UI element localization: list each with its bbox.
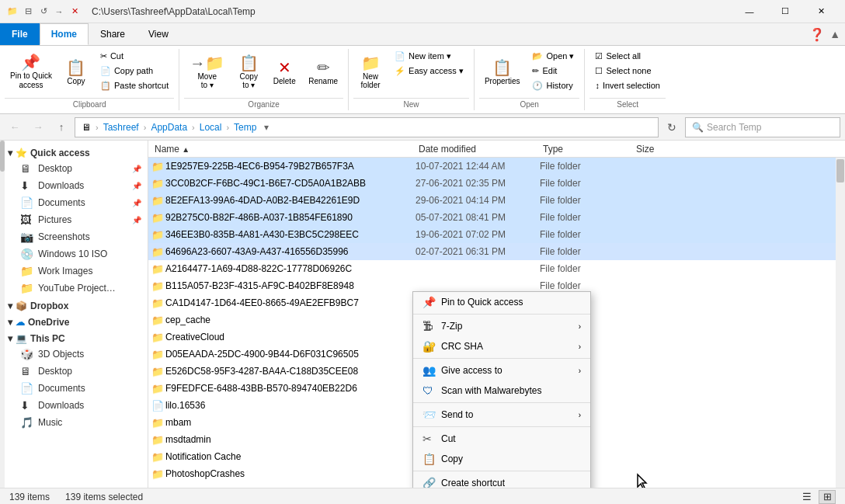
sidebar-item-music[interactable]: 🎵 Music	[5, 414, 148, 431]
sidebar-item-desktop2[interactable]: 🖥 Desktop	[5, 363, 148, 380]
new-label: New	[353, 98, 469, 110]
address-appdata[interactable]: AppData	[151, 122, 187, 133]
folder-icon: 📁	[151, 280, 165, 292]
nav-fwd-title[interactable]: ↺	[37, 5, 50, 18]
context-menu-crcsha[interactable]: 🔐 CRC SHA ›	[413, 336, 590, 356]
sidebar-item-youtube[interactable]: 📁 YouTube Project Ou...	[5, 280, 148, 297]
sidebar-item-downloads[interactable]: ⬇ Downloads 📌	[5, 177, 148, 194]
copy-button[interactable]: 📋 Copy	[59, 49, 93, 96]
new-folder-button[interactable]: 📁 Newfolder	[353, 49, 388, 96]
arrow-icon: ›	[579, 322, 581, 331]
context-menu-7zip[interactable]: 🗜 7-Zip ›	[413, 316, 590, 336]
minimize-button[interactable]: —	[732, 0, 767, 23]
selected-count: 139 items selected	[65, 492, 143, 502]
table-row[interactable]: 📁 1E9257E9-225B-4EC6-B954-79B27B657F3A 1…	[148, 158, 845, 175]
table-row[interactable]: 📁 346EE3B0-835B-4A81-A430-E3BC5C298EEC 1…	[148, 226, 845, 243]
paste-shortcut-button[interactable]: 📋 Paste shortcut	[95, 78, 174, 92]
tab-file[interactable]: File	[0, 23, 40, 45]
file-name: 1E9257E9-225B-4EC6-B954-79B27B657F3A	[165, 161, 416, 172]
help-icon[interactable]: ❓	[809, 27, 825, 42]
file-name: E526DC58-95F3-4287-BA4A-C188D35CEE08	[165, 366, 416, 377]
delete-button[interactable]: ✕ Delete	[267, 49, 301, 96]
documents-label: Documents	[38, 197, 127, 208]
move-to-button[interactable]: →📁 Moveto ▾	[184, 49, 230, 96]
context-menu-pin[interactable]: 📌 Pin to Quick access	[413, 292, 590, 312]
sidebar-item-pictures[interactable]: 🖼 Pictures 📌	[5, 211, 148, 228]
pin-context-icon: 📌	[422, 296, 435, 308]
rename-button[interactable]: ✏ Rename	[303, 49, 343, 96]
copy-to-button[interactable]: 📋 Copyto ▾	[231, 49, 266, 96]
dropbox-header[interactable]: ▾ 📦 Dropbox	[5, 297, 148, 313]
nav-up-title[interactable]: →	[53, 5, 65, 18]
sidebar-item-documents[interactable]: 📄 Documents 📌	[5, 194, 148, 211]
select-none-button[interactable]: ☐ Select none	[589, 64, 665, 78]
context-menu-give-access[interactable]: 👥 Give access to ›	[413, 360, 590, 381]
open-button[interactable]: 📂 Open ▾	[527, 49, 579, 63]
tab-home[interactable]: Home	[40, 23, 89, 45]
header-date[interactable]: Date modified	[416, 144, 540, 155]
search-bar[interactable]: 🔍 Search Temp	[685, 117, 840, 137]
main-layout: ▾ ⭐ Quick access 🖥 Desktop 📌 ⬇ Downloads…	[0, 141, 845, 488]
refresh-button[interactable]: ↻	[662, 117, 682, 137]
sidebar-item-downloads2[interactable]: ⬇ Downloads	[5, 397, 148, 414]
table-row[interactable]: 📁 8E2EFA13-99A6-4DAD-A0B2-B4EB42261E9D 2…	[148, 192, 845, 209]
table-row[interactable]: 📁 64696A23-6607-43A9-A437-416556D35996 0…	[148, 243, 845, 260]
header-size[interactable]: Size	[633, 144, 695, 155]
header-type[interactable]: Type	[540, 144, 633, 155]
context-menu-malwarebytes[interactable]: 🛡 Scan with Malwarebytes	[413, 381, 590, 401]
scrollbar-thumb[interactable]	[836, 159, 844, 182]
copy-path-button[interactable]: 📄 Copy path	[95, 64, 174, 78]
onedrive-header[interactable]: ▾ ☁ OneDrive	[5, 313, 148, 329]
copy-to-icon: 📋	[239, 55, 259, 71]
pin-label: Pin to Quickaccess	[10, 71, 52, 90]
sidebar-item-desktop[interactable]: 🖥 Desktop 📌	[5, 160, 148, 177]
back-button[interactable]: ←	[5, 117, 25, 137]
up-button[interactable]: ↑	[51, 117, 71, 137]
address-tashreef[interactable]: Tashreef	[103, 122, 139, 133]
sidebar-item-work-images[interactable]: 📁 Work Images	[5, 262, 148, 280]
context-menu-cut[interactable]: ✂ Cut	[413, 429, 590, 449]
nav-back-title[interactable]: ⊟	[22, 5, 34, 18]
table-row[interactable]: 📁 92B275C0-B82F-486B-A037-1B854FE61890 0…	[148, 209, 845, 226]
this-pc-header[interactable]: ▾ 💻 This PC	[5, 329, 148, 346]
title-bar-controls: — ☐ ✕	[732, 0, 839, 23]
forward-button[interactable]: →	[28, 117, 48, 137]
select-all-button[interactable]: ☑ Select all	[589, 49, 665, 63]
tab-view[interactable]: View	[137, 23, 180, 45]
close-title-icon[interactable]: ✕	[68, 5, 81, 18]
tab-share[interactable]: Share	[89, 23, 137, 45]
edit-button[interactable]: ✏ Edit	[527, 64, 579, 78]
sidebar-item-screenshots[interactable]: 📷 Screenshots	[5, 228, 148, 245]
invert-selection-button[interactable]: ↕ Invert selection	[589, 78, 665, 92]
sidebar-item-win10iso[interactable]: 💿 Windows 10 ISO	[5, 245, 148, 262]
table-row[interactable]: 📁 3CC0B2CF-F6BC-49C1-B6E7-CD5A0A1B2ABB 2…	[148, 175, 845, 192]
close-button[interactable]: ✕	[803, 0, 839, 23]
header-name[interactable]: Name ▲	[151, 144, 416, 155]
context-menu-create-shortcut[interactable]: 🔗 Create shortcut	[413, 473, 590, 488]
sort-icon: ▲	[182, 145, 190, 154]
properties-button[interactable]: 📋 Properties	[479, 49, 526, 96]
cut-button[interactable]: ✂ Cut	[95, 49, 174, 63]
history-button[interactable]: 🕐 History	[527, 78, 579, 92]
table-row[interactable]: 📁 A2164477-1A69-4D88-822C-17778D06926C F…	[148, 260, 845, 277]
details-view-button[interactable]: ☰	[798, 490, 815, 504]
new-item-button[interactable]: 📄 New item ▾	[389, 49, 469, 63]
sidebar-scrollbar[interactable]	[0, 141, 5, 172]
address-temp[interactable]: Temp	[234, 122, 256, 133]
address-local[interactable]: Local	[200, 122, 222, 133]
address-bar[interactable]: 🖥 › Tashreef › AppData › Local › Temp ▾	[75, 117, 659, 137]
ribbon-collapse-icon[interactable]: ▲	[829, 28, 840, 40]
sidebar-item-documents2[interactable]: 📄 Documents	[5, 380, 148, 397]
sidebar-item-3d-objects[interactable]: 🎲 3D Objects	[5, 346, 148, 363]
file-list-scrollbar[interactable]	[836, 158, 845, 488]
tiles-view-button[interactable]: ⊞	[819, 490, 836, 504]
context-menu-copy[interactable]: 📋 Copy	[413, 449, 590, 469]
easy-access-button[interactable]: ⚡ Easy access ▾	[389, 64, 469, 78]
quick-access-header[interactable]: ▾ ⭐ Quick access	[5, 144, 148, 160]
folder-icon: 📁	[151, 332, 165, 343]
pin-to-quick-access-button[interactable]: 📌 Pin to Quickaccess	[5, 49, 57, 96]
context-menu-sendto[interactable]: 📨 Send to ›	[413, 405, 590, 425]
separator-4	[413, 426, 590, 427]
address-dropdown[interactable]: ▾	[264, 122, 269, 133]
maximize-button[interactable]: ☐	[767, 0, 803, 23]
